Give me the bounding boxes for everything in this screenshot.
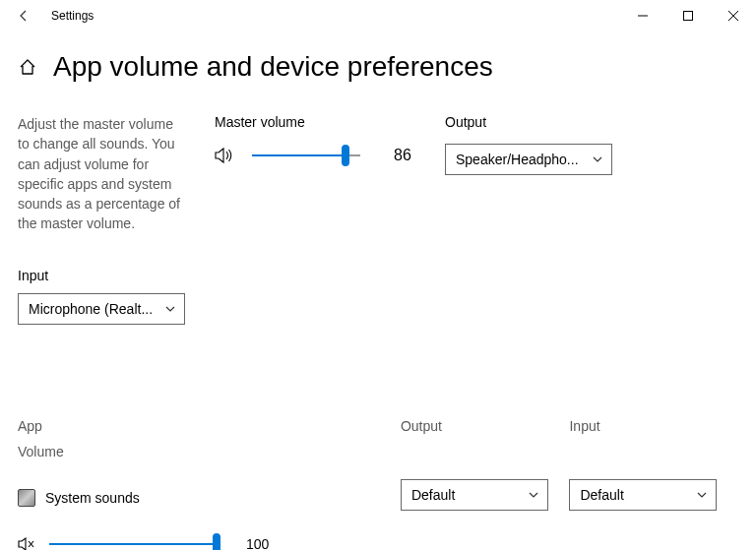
master-volume-section: Master volume 86 <box>215 114 421 167</box>
app-input-selected: Default <box>580 487 623 503</box>
window-title: Settings <box>51 9 94 23</box>
master-volume-label: Master volume <box>215 114 421 130</box>
speaker-icon[interactable] <box>215 147 236 164</box>
close-icon <box>728 11 738 21</box>
window-controls <box>620 0 756 31</box>
home-button[interactable] <box>18 57 37 77</box>
master-volume-value: 86 <box>394 147 421 164</box>
page-description: Adjust the master volume to change all s… <box>18 114 195 234</box>
slider-thumb[interactable] <box>342 145 349 166</box>
column-input-label: Input <box>569 418 738 459</box>
app-name: System sounds <box>45 490 140 506</box>
output-label: Output <box>445 114 612 130</box>
master-volume-row: 86 <box>215 144 421 167</box>
input-device-selected: Microphone (Realt... <box>29 301 153 317</box>
output-section: Output Speaker/Headpho... <box>445 114 612 175</box>
app-volume-slider[interactable] <box>49 532 217 550</box>
app-info: System sounds <box>18 483 401 507</box>
master-volume-slider[interactable] <box>252 144 360 167</box>
app-row: System sounds Default Default <box>18 479 738 511</box>
maximize-icon <box>683 11 693 21</box>
mute-icon[interactable] <box>18 536 37 550</box>
chevron-down-icon <box>528 489 539 501</box>
svg-rect-0 <box>684 12 693 21</box>
back-arrow-icon <box>17 9 31 23</box>
chevron-down-icon <box>696 489 708 501</box>
output-device-dropdown[interactable]: Speaker/Headpho... <box>445 144 612 175</box>
app-name-row: System sounds <box>18 489 401 507</box>
page-header: App volume and device preferences <box>0 31 756 91</box>
minimize-icon <box>638 11 648 21</box>
input-label: Input <box>18 268 738 283</box>
column-output-label: Output <box>401 418 570 459</box>
app-input-cell: Default <box>569 479 738 511</box>
close-button[interactable] <box>711 0 756 31</box>
chevron-down-icon <box>592 153 603 165</box>
maximize-button[interactable] <box>665 0 711 31</box>
app-volume-value: 100 <box>246 536 274 550</box>
app-output-selected: Default <box>411 487 455 503</box>
minimize-button[interactable] <box>620 0 665 31</box>
app-input-dropdown[interactable]: Default <box>569 479 717 511</box>
app-output-dropdown[interactable]: Default <box>401 479 548 511</box>
back-button[interactable] <box>8 0 39 31</box>
column-app-label: App <box>18 418 401 434</box>
app-output-cell: Default <box>401 479 570 511</box>
input-device-dropdown[interactable]: Microphone (Realt... <box>18 293 185 325</box>
content: Adjust the master volume to change all s… <box>0 91 756 550</box>
output-device-selected: Speaker/Headpho... <box>456 152 579 167</box>
app-volume-row: 100 <box>18 532 738 550</box>
slider-thumb[interactable] <box>213 533 220 550</box>
slider-fill <box>252 154 346 156</box>
chevron-down-icon <box>164 303 176 315</box>
system-sounds-icon <box>18 489 35 507</box>
titlebar: Settings <box>0 0 756 31</box>
column-volume-label: Volume <box>18 444 401 459</box>
page-title: App volume and device preferences <box>53 51 493 83</box>
master-row: Adjust the master volume to change all s… <box>18 114 738 234</box>
home-icon <box>19 58 36 76</box>
apps-columns-header: App Volume Output Input <box>18 418 738 459</box>
input-section: Input Microphone (Realt... <box>18 268 738 325</box>
slider-fill <box>49 543 217 545</box>
